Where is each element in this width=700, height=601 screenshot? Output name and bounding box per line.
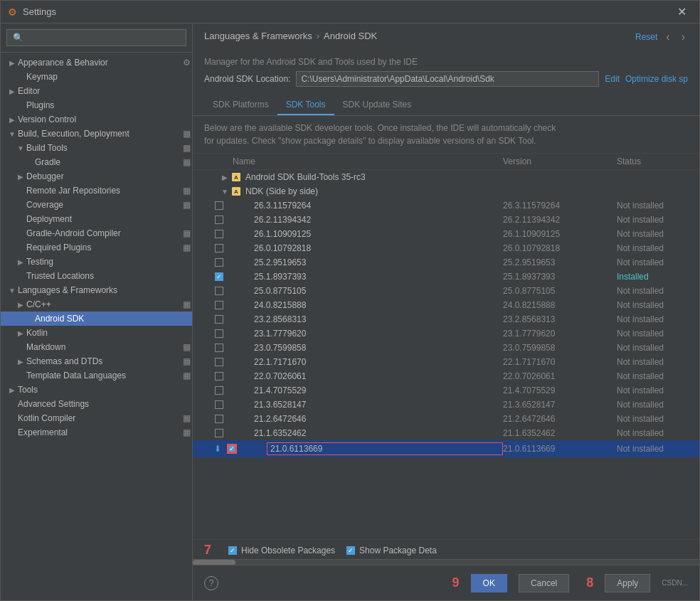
sidebar-item-template-data[interactable]: Template Data Languages ▦ [1, 368, 192, 383]
nav-forward-button[interactable]: › [679, 31, 688, 43]
row-checkbox[interactable] [213, 243, 226, 253]
sidebar-item-testing[interactable]: ▶ Testing [1, 255, 192, 269]
row-checkbox[interactable] [213, 329, 226, 339]
row-version: 26.2.11394342 [503, 215, 617, 225]
apply-button[interactable]: Apply [605, 574, 650, 592]
sdk-optimize-button[interactable]: Optimize disk sp [625, 74, 688, 84]
close-button[interactable]: ✕ [672, 2, 692, 21]
show-package-checkbox[interactable]: Show Package Deta [346, 546, 437, 555]
row-name: 21.1.6352462 [254, 428, 503, 438]
sidebar-item-kotlin-compiler[interactable]: Kotlin Compiler ▦ [1, 411, 192, 425]
table-row[interactable]: 21.3.6528147 21.3.6528147 Not installed [193, 398, 699, 412]
sdk-info: Manager for the Android SDK and Tools us… [193, 51, 699, 91]
table-row[interactable]: 22.1.7171670 22.1.7171670 Not installed [193, 355, 699, 369]
table-row[interactable]: 23.2.8568313 23.2.8568313 Not installed [193, 312, 699, 326]
sidebar-item-kotlin[interactable]: ▶ Kotlin [1, 326, 192, 340]
sidebar-item-deployment[interactable]: Deployment [1, 212, 192, 226]
row-checkbox[interactable] [213, 428, 226, 438]
sdk-location-input[interactable] [296, 71, 599, 87]
row-checkbox [204, 186, 217, 196]
sidebar-item-tools[interactable]: ▶ Tools [1, 383, 192, 397]
row-status: Not installed [617, 257, 688, 267]
row-checkbox[interactable] [213, 357, 226, 367]
main-content: Languages & Frameworks › Android SDK Res… [193, 23, 699, 600]
nav-back-button[interactable]: ‹ [663, 31, 672, 43]
cancel-button[interactable]: Cancel [519, 574, 569, 592]
table-row[interactable]: 22.0.7026061 22.0.7026061 Not installed [193, 369, 699, 383]
table-row[interactable]: 25.1.8937393 25.1.8937393 Installed [193, 270, 699, 284]
hide-obsolete-label: Hide Obsolete Packages [241, 546, 335, 555]
row-checkbox[interactable] [213, 414, 226, 424]
show-package-check[interactable] [346, 546, 355, 555]
row-checkbox[interactable] [213, 314, 226, 324]
sidebar-item-editor[interactable]: ▶ Editor [1, 84, 192, 98]
table-row[interactable]: 25.0.8775105 25.0.8775105 Not installed [193, 284, 699, 298]
row-checkbox[interactable] [213, 343, 226, 353]
table-row[interactable]: 21.4.7075529 21.4.7075529 Not installed [193, 383, 699, 398]
row-checkbox[interactable] [213, 371, 226, 381]
table-row[interactable]: 26.2.11394342 26.2.11394342 Not installe… [193, 213, 699, 227]
sidebar-item-debugger[interactable]: ▶ Debugger [1, 169, 192, 184]
row-icon [238, 329, 251, 339]
table-row[interactable]: 26.3.11579264 26.3.11579264 Not installe… [193, 198, 699, 213]
search-input[interactable] [6, 29, 186, 46]
row-checkbox[interactable] [213, 257, 226, 267]
sidebar-item-coverage[interactable]: Coverage ▦ [1, 198, 192, 212]
sidebar-item-label: Required Plugins [26, 243, 181, 252]
breadcrumb-current: Android SDK [324, 31, 377, 41]
sidebar-item-build-tools[interactable]: ▼ Build Tools ▦ [1, 141, 192, 155]
csdn-watermark: CSDN... [662, 579, 688, 587]
row-checkbox[interactable] [226, 444, 238, 454]
table-row[interactable]: ▼ A NDK (Side by side) [193, 184, 699, 198]
sidebar-item-appearance[interactable]: ▶ Appearance & Behavior ⚙ [1, 55, 192, 70]
ok-button[interactable]: OK [471, 574, 507, 592]
table-row[interactable]: 25.2.9519653 25.2.9519653 Not installed [193, 255, 699, 270]
row-checkbox[interactable] [213, 215, 226, 225]
table-row[interactable]: 21.2.6472646 21.2.6472646 Not installed [193, 412, 699, 426]
arrow-icon: ▶ [15, 173, 26, 181]
sidebar-item-build-execution[interactable]: ▼ Build, Execution, Deployment ▦ [1, 127, 192, 141]
row-checkbox[interactable] [213, 201, 226, 211]
sidebar-item-plugins[interactable]: Plugins [1, 98, 192, 112]
row-status: Not installed [617, 400, 688, 410]
sidebar-item-experimental[interactable]: Experimental ▦ [1, 425, 192, 440]
sidebar-item-android-sdk[interactable]: Android SDK [1, 312, 192, 326]
sidebar-item-cpp[interactable]: ▶ C/C++ ▦ [1, 297, 192, 312]
table-row[interactable]: 23.1.7779620 23.1.7779620 Not installed [193, 326, 699, 341]
reset-button[interactable]: Reset [635, 32, 657, 42]
tab-sdk-platforms[interactable]: SDK Platforms [204, 95, 277, 115]
sidebar-item-markdown[interactable]: Markdown ▦ [1, 340, 192, 354]
row-checkbox[interactable] [213, 229, 226, 239]
sidebar-item-version-control[interactable]: ▶ Version Control [1, 112, 192, 127]
sidebar-item-advanced-settings[interactable]: Advanced Settings [1, 397, 192, 411]
table-row[interactable]: 21.1.6352462 21.1.6352462 Not installed [193, 426, 699, 440]
sidebar-item-gradle-android[interactable]: Gradle-Android Compiler ▦ [1, 226, 192, 240]
table-row[interactable]: 26.1.10909125 26.1.10909125 Not installe… [193, 227, 699, 241]
row-checkbox[interactable] [213, 400, 226, 410]
sidebar-item-languages[interactable]: ▼ Languages & Frameworks [1, 283, 192, 297]
row-name: 22.1.7171670 [254, 357, 503, 367]
row-checkbox[interactable] [213, 286, 226, 296]
table-row[interactable]: 26.0.10792818 26.0.10792818 Not installe… [193, 241, 699, 255]
tab-sdk-tools[interactable]: SDK Tools [277, 95, 334, 115]
sdk-edit-button[interactable]: Edit [605, 74, 620, 84]
row-checkbox[interactable] [213, 272, 226, 282]
row-checkbox[interactable] [213, 385, 226, 395]
row-icon [238, 257, 251, 267]
row-icon [238, 357, 251, 367]
sidebar-item-remote-jar[interactable]: Remote Jar Repositories ▦ [1, 184, 192, 198]
hide-obsolete-check[interactable] [228, 546, 237, 555]
sidebar-item-keymap[interactable]: Keymap [1, 70, 192, 84]
table-row[interactable]: ▶ A Android SDK Build-Tools 35-rc3 [193, 170, 699, 184]
hide-obsolete-checkbox[interactable]: Hide Obsolete Packages [228, 546, 335, 555]
tab-sdk-update-sites[interactable]: SDK Update Sites [334, 95, 420, 115]
sidebar-item-trusted-locations[interactable]: Trusted Locations [1, 269, 192, 283]
sidebar-item-schemas[interactable]: ▶ Schemas and DTDs ▦ [1, 354, 192, 368]
row-checkbox[interactable] [213, 300, 226, 310]
sidebar-item-required-plugins[interactable]: Required Plugins ▦ [1, 240, 192, 255]
help-button[interactable]: ? [204, 576, 218, 590]
table-row[interactable]: 24.0.8215888 24.0.8215888 Not installed [193, 298, 699, 312]
table-row[interactable]: 23.0.7599858 23.0.7599858 Not installed [193, 341, 699, 355]
table-row-highlighted[interactable]: ⬇ 21.0.6113669 21.0.6113669 Not installe… [193, 440, 699, 457]
sidebar-item-gradle[interactable]: Gradle ▦ [1, 155, 192, 169]
